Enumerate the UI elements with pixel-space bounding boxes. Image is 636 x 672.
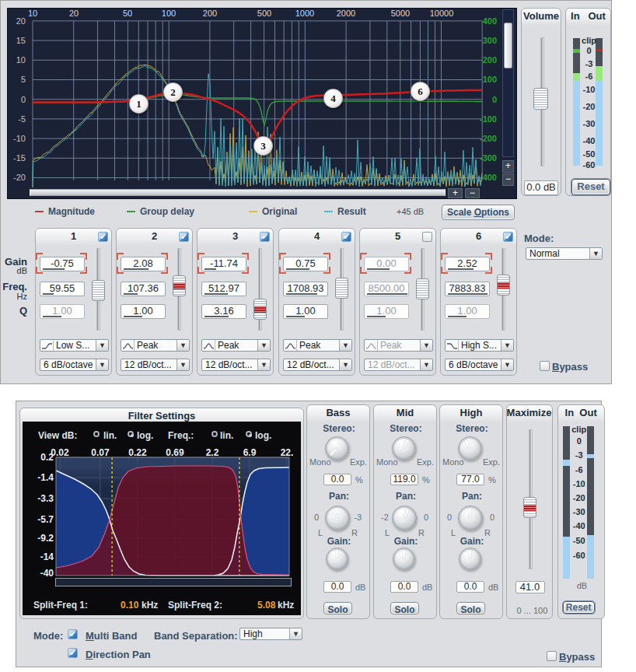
svg-text:500: 500 xyxy=(257,9,271,18)
svg-text:10: 10 xyxy=(28,9,37,18)
svg-text:-3.3: -3.3 xyxy=(37,493,54,504)
svg-text:-5.7: -5.7 xyxy=(37,514,54,525)
svg-text:-200: -200 xyxy=(480,134,497,143)
svg-text:100: 100 xyxy=(483,75,497,84)
svg-text:-5: -5 xyxy=(18,114,26,124)
svg-text:-100: -100 xyxy=(480,114,497,124)
svg-text:0.07: 0.07 xyxy=(91,447,110,458)
svg-text:20: 20 xyxy=(69,9,79,18)
svg-text:-9.2: -9.2 xyxy=(37,533,54,544)
svg-text:-15: -15 xyxy=(13,153,26,163)
svg-text:-40: -40 xyxy=(40,568,54,579)
svg-text:400: 400 xyxy=(483,16,497,26)
svg-text:0.22: 0.22 xyxy=(128,447,147,458)
svg-text:15: 15 xyxy=(16,36,26,45)
svg-text:1000: 1000 xyxy=(295,9,314,18)
svg-text:6.9: 6.9 xyxy=(243,447,257,458)
svg-text:-20: -20 xyxy=(13,173,26,182)
svg-text:10000: 10000 xyxy=(430,9,454,18)
svg-text:300: 300 xyxy=(483,36,497,45)
svg-text:200: 200 xyxy=(203,9,217,18)
svg-text:22.: 22. xyxy=(281,447,294,458)
svg-text:0.69: 0.69 xyxy=(166,447,184,458)
svg-text:-300: -300 xyxy=(480,153,497,163)
svg-text:10: 10 xyxy=(16,55,26,65)
svg-text:200: 200 xyxy=(483,55,497,65)
svg-text:-1.4: -1.4 xyxy=(37,472,54,483)
svg-text:20: 20 xyxy=(16,16,26,26)
svg-text:100: 100 xyxy=(162,9,176,18)
svg-text:5: 5 xyxy=(21,75,26,84)
svg-text:-14: -14 xyxy=(40,551,54,562)
svg-text:-10: -10 xyxy=(13,134,26,143)
svg-text:-400: -400 xyxy=(480,173,497,182)
svg-text:0: 0 xyxy=(21,95,26,104)
svg-text:0: 0 xyxy=(492,95,497,104)
svg-text:5000: 5000 xyxy=(391,9,410,18)
svg-text:50: 50 xyxy=(123,9,132,18)
svg-text:2.2: 2.2 xyxy=(206,447,219,458)
svg-text:0.2: 0.2 xyxy=(40,452,54,463)
svg-text:2000: 2000 xyxy=(337,9,355,18)
